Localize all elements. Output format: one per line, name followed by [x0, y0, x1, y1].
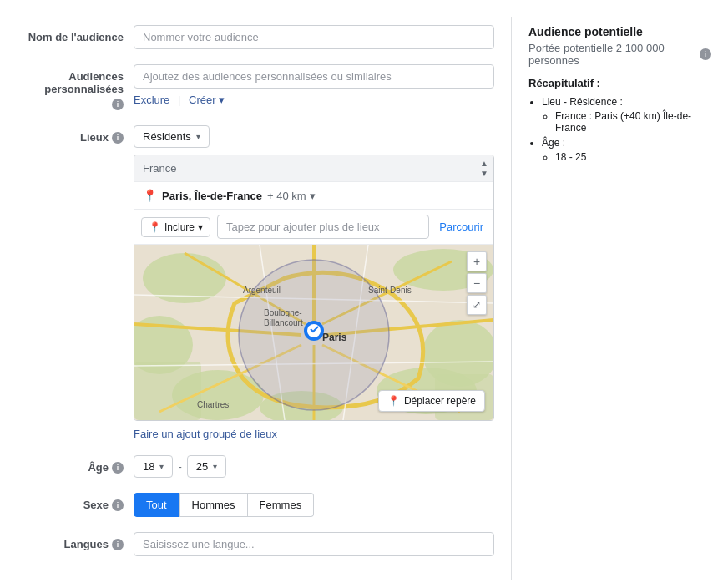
svg-text:Paris: Paris	[322, 332, 347, 343]
svg-text:Billancourt: Billancourt	[264, 318, 303, 327]
age-row: Âge i 18 ▾ - 25 ▾	[17, 455, 494, 478]
right-panel: Audience potentielle Portée potentielle …	[511, 17, 728, 580]
age-to-dropdown[interactable]: 25 ▾	[187, 455, 226, 478]
deplacer-pin-icon: 📍	[387, 395, 400, 407]
location-city-name: Paris, Île-de-France	[162, 190, 262, 202]
gender-men-button[interactable]: Hommes	[179, 493, 248, 517]
recap-lieu-value: France : Paris (+40 km) Île-de-France	[555, 110, 711, 134]
custom-audiences-row: Audiences personnalisées i Exclure | Cré…	[17, 64, 494, 110]
gender-buttons: Tout Hommes Femmes	[134, 493, 494, 517]
exclude-create-links: Exclure | Créer ▾	[134, 94, 494, 106]
audience-name-row: Nom de l'audience	[17, 25, 494, 49]
age-from-caret-icon: ▾	[159, 462, 164, 471]
parcourir-button[interactable]: Parcourir	[436, 217, 487, 236]
languages-label-text: Langues	[64, 538, 109, 550]
recap-lieu-item: Lieu - Résidence : France : Paris (+40 k…	[542, 96, 711, 134]
svg-rect-8	[134, 362, 201, 420]
recap-age-item: Âge : 18 - 25	[542, 137, 711, 163]
languages-control	[134, 532, 494, 556]
recap-age-sublist: 18 - 25	[542, 151, 711, 163]
location-item-paris: 📍 Paris, Île-de-France + 40 km ▾	[134, 182, 493, 210]
residents-dropdown[interactable]: Résidents ▾	[134, 125, 210, 148]
scroll-up-icon[interactable]: ▲	[480, 160, 488, 168]
map-container[interactable]: Boulogne- Billancourt Argenteuil Saint-D…	[134, 245, 493, 420]
include-row: 📍 Inclure ▾ Parcourir	[134, 210, 493, 245]
create-caret-icon: ▾	[219, 94, 225, 106]
recap-list: Lieu - Résidence : France : Paris (+40 k…	[528, 96, 711, 163]
age-label: Âge i	[17, 455, 134, 474]
gender-all-button[interactable]: Tout	[134, 493, 179, 517]
location-country: France	[134, 155, 493, 181]
svg-text:Saint-Denis: Saint-Denis	[368, 286, 412, 295]
age-separator: -	[178, 460, 181, 473]
svg-text:Argenteuil: Argenteuil	[243, 286, 281, 295]
lieux-row: Lieux i Résidents ▾ France	[17, 125, 494, 440]
lieux-label: Lieux i	[17, 125, 134, 144]
gender-row: Sexe i Tout Hommes Femmes	[17, 493, 494, 517]
recap-lieu-sublist: France : Paris (+40 km) Île-de-France	[542, 110, 711, 134]
age-control: 18 ▾ - 25 ▾	[134, 455, 494, 478]
custom-audiences-input[interactable]	[134, 64, 494, 89]
deplacer-repere-button[interactable]: 📍 Déplacer repère	[378, 390, 485, 412]
location-country-text: France	[143, 162, 176, 175]
languages-input[interactable]	[134, 532, 494, 556]
radius-caret-icon: ▾	[310, 190, 316, 202]
location-radius-text: + 40 km	[267, 190, 306, 202]
location-radius[interactable]: + 40 km ▾	[267, 190, 316, 202]
languages-label: Langues i	[17, 532, 134, 550]
recap-title: Récapitulatif :	[528, 77, 711, 89]
divider-pipe: |	[178, 94, 180, 106]
age-from-value: 18	[143, 460, 154, 473]
bulk-add-anchor[interactable]: Faire un ajout groupé de lieux	[134, 428, 277, 440]
audience-name-label: Nom de l'audience	[17, 25, 134, 43]
include-pin-icon: 📍	[149, 221, 161, 233]
exclude-link[interactable]: Exclure	[134, 94, 169, 106]
custom-audiences-control: Exclure | Créer ▾	[134, 64, 494, 106]
custom-audiences-info-icon[interactable]: i	[112, 99, 124, 110]
gender-info-icon[interactable]: i	[112, 499, 124, 511]
map-controls: + − ⤢	[467, 251, 487, 315]
svg-text:Boulogne-: Boulogne-	[264, 308, 302, 317]
map-zoom-in-button[interactable]: +	[467, 251, 487, 271]
gender-label: Sexe i	[17, 493, 134, 511]
custom-audiences-label: Audiences personnalisées i	[17, 64, 134, 110]
reach-info-icon[interactable]: i	[700, 48, 711, 60]
age-label-text: Âge	[88, 461, 109, 474]
create-label-text: Créer	[189, 94, 216, 106]
lieux-info-icon[interactable]: i	[112, 132, 124, 144]
lieux-control: Résidents ▾ France ▲ ▼	[134, 125, 494, 440]
age-to-value: 25	[196, 460, 208, 473]
age-info-icon[interactable]: i	[112, 462, 124, 474]
location-pin-icon: 📍	[143, 189, 157, 202]
include-caret-icon: ▾	[198, 221, 203, 233]
recap-age-value: 18 - 25	[555, 151, 711, 163]
location-box: France ▲ ▼ 📍 Paris, Île-de-France + 40 k…	[134, 155, 494, 421]
gender-women-button[interactable]: Femmes	[248, 493, 315, 517]
age-to-caret-icon: ▾	[213, 462, 217, 471]
audience-reach: Portée potentielle 2 100 000 personnes i	[528, 42, 711, 67]
recap-lieu-label: Lieu - Résidence :	[542, 96, 623, 108]
recap-age-label: Âge :	[542, 137, 565, 149]
age-from-dropdown[interactable]: 18 ▾	[134, 455, 173, 478]
audience-name-control	[134, 25, 494, 49]
deplacer-label-text: Déplacer repère	[404, 395, 476, 407]
custom-audiences-label-text: Audiences personnalisées	[17, 70, 124, 95]
create-link[interactable]: Créer ▾	[189, 94, 225, 106]
languages-info-icon[interactable]: i	[112, 539, 124, 550]
audience-name-label-text: Nom de l'audience	[28, 31, 124, 43]
map-zoom-out-button[interactable]: −	[467, 273, 487, 293]
audience-potential-title: Audience potentielle	[528, 25, 711, 38]
include-dropdown[interactable]: 📍 Inclure ▾	[141, 217, 210, 237]
residents-label: Résidents	[143, 130, 191, 143]
audience-name-input[interactable]	[134, 25, 494, 49]
gender-control: Tout Hommes Femmes	[134, 493, 494, 517]
include-label-text: Inclure	[164, 221, 195, 233]
location-search-input[interactable]	[217, 215, 429, 239]
lieux-label-text: Lieux	[80, 131, 109, 144]
custom-audiences-label-block: Audiences personnalisées i	[17, 70, 124, 110]
map-expand-button[interactable]: ⤢	[467, 295, 487, 315]
bulk-add-link: Faire un ajout groupé de lieux	[134, 428, 494, 440]
residents-caret-icon: ▾	[196, 132, 200, 141]
gender-label-text: Sexe	[83, 499, 109, 511]
scroll-down-icon[interactable]: ▼	[480, 170, 488, 178]
